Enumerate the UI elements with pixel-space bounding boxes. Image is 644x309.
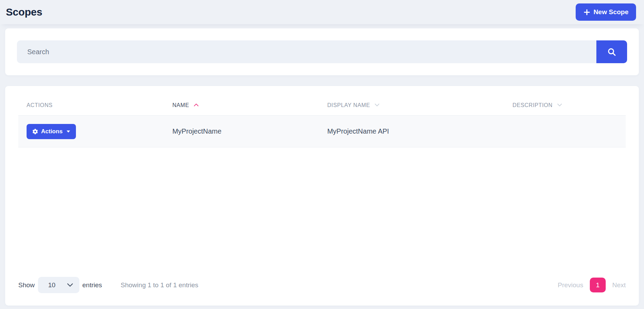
name-cell: MyProjectName (164, 116, 319, 147)
page-size-value: 10 (48, 281, 56, 289)
table-footer: Show 10 entries Showing 1 to 1 of 1 entr… (18, 277, 626, 293)
show-label: Show (18, 281, 35, 289)
column-header-label: ACTIONS (27, 102, 52, 108)
page-size-select[interactable]: 10 (38, 277, 79, 293)
column-header-label: NAME (172, 102, 189, 108)
chevron-down-icon (67, 283, 73, 287)
search-group (17, 40, 627, 63)
column-header-display-name[interactable]: DISPLAY NAME (319, 102, 504, 116)
description-cell (504, 116, 626, 147)
topbar: Scopes New Scope (0, 0, 644, 24)
search-button[interactable] (596, 40, 627, 63)
scopes-table: ACTIONS NAME DISPLAY NAME DESCRIPTION (18, 102, 626, 147)
column-header-label: DISPLAY NAME (327, 102, 370, 108)
column-header-name[interactable]: NAME (164, 102, 319, 116)
magnifier-icon (607, 47, 616, 57)
scopes-table-card: ACTIONS NAME DISPLAY NAME DESCRIPTION (5, 86, 639, 306)
chevron-down-icon (374, 102, 380, 108)
new-scope-button-label: New Scope (594, 8, 628, 16)
search-input[interactable] (17, 40, 596, 63)
column-header-label: DESCRIPTION (513, 102, 553, 108)
caret-down-icon (67, 131, 70, 133)
entries-summary: Showing 1 to 1 of 1 entries (121, 281, 198, 289)
entries-label: entries (82, 281, 102, 289)
search-card (5, 28, 639, 75)
table-row: Actions MyProjectName MyProjectName API (18, 116, 626, 147)
plus-icon (583, 9, 591, 16)
table-header-row: ACTIONS NAME DISPLAY NAME DESCRIPTION (18, 102, 626, 116)
chevron-down-icon (557, 102, 562, 108)
column-header-description[interactable]: DESCRIPTION (504, 102, 626, 116)
new-scope-button[interactable]: New Scope (576, 3, 636, 21)
pagination: Previous 1 Next (558, 278, 626, 292)
row-actions-button-label: Actions (41, 128, 62, 135)
row-actions-button[interactable]: Actions (27, 124, 76, 139)
display-name-cell: MyProjectName API (319, 116, 504, 147)
pagination-page-1[interactable]: 1 (590, 278, 606, 292)
pagination-next[interactable]: Next (612, 281, 626, 289)
chevron-up-icon (194, 102, 199, 108)
gear-icon (32, 129, 38, 134)
pagination-previous[interactable]: Previous (558, 281, 583, 289)
actions-cell: Actions (18, 116, 164, 147)
page-title: Scopes (6, 6, 42, 18)
column-header-actions[interactable]: ACTIONS (18, 102, 164, 116)
